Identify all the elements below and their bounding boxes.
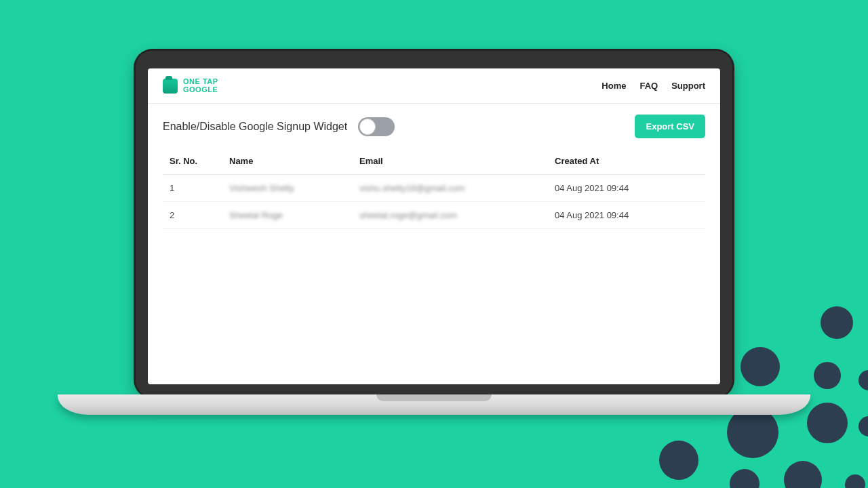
col-created: Created At xyxy=(548,148,705,175)
cell-email: sheetal.roge@gmail.com xyxy=(353,202,548,229)
table-header-row: Sr. No. Name Email Created At xyxy=(163,148,705,175)
nav-home[interactable]: Home xyxy=(601,81,626,91)
cell-name: Sheetal Roge xyxy=(222,202,353,229)
cell-srno: 1 xyxy=(163,175,222,202)
toggle-label: Enable/Disable Google Signup Widget xyxy=(163,121,347,133)
laptop-bezel: ONE TAP GOOGLE Home FAQ Support Enable/D… xyxy=(136,51,732,396)
table-row: 2 Sheetal Roge sheetal.roge@gmail.com 04… xyxy=(163,202,705,229)
table-row: 1 Vishwesh Shetty vishu.shetty18@gmail.c… xyxy=(163,175,705,202)
bg-dot xyxy=(659,441,698,480)
bg-dot xyxy=(741,347,780,386)
bg-dot xyxy=(859,416,868,436)
bg-dot xyxy=(807,403,848,443)
bg-dot xyxy=(859,370,868,390)
logo-text: ONE TAP GOOGLE xyxy=(183,78,218,94)
header: ONE TAP GOOGLE Home FAQ Support xyxy=(148,68,720,104)
col-email: Email xyxy=(353,148,548,175)
logo-icon xyxy=(163,79,178,94)
brand-line1: ONE TAP xyxy=(183,78,218,86)
bg-dot xyxy=(821,306,853,339)
logo[interactable]: ONE TAP GOOGLE xyxy=(163,78,218,94)
cell-name: Vishwesh Shetty xyxy=(222,175,353,202)
app: ONE TAP GOOGLE Home FAQ Support Enable/D… xyxy=(148,68,720,384)
toggle-knob-icon xyxy=(359,119,376,135)
cell-email: vishu.shetty18@gmail.com xyxy=(353,175,548,202)
nav-faq[interactable]: FAQ xyxy=(639,81,658,91)
export-csv-button[interactable]: Export CSV xyxy=(635,115,705,138)
nav-support[interactable]: Support xyxy=(671,81,705,91)
widget-toggle[interactable] xyxy=(358,117,395,136)
bg-dot xyxy=(845,474,865,488)
controls-bar: Enable/Disable Google Signup Widget Expo… xyxy=(148,104,720,148)
nav: Home FAQ Support xyxy=(601,81,705,91)
laptop-notch xyxy=(376,394,492,401)
brand-line2: GOOGLE xyxy=(183,86,218,94)
col-srno: Sr. No. xyxy=(163,148,222,175)
left-controls: Enable/Disable Google Signup Widget xyxy=(163,117,395,136)
cell-created: 04 Aug 2021 09:44 xyxy=(548,202,705,229)
users-table: Sr. No. Name Email Created At 1 Vishwesh… xyxy=(148,148,720,229)
bg-dot xyxy=(814,362,841,389)
laptop-frame: ONE TAP GOOGLE Home FAQ Support Enable/D… xyxy=(134,49,734,399)
cell-created: 04 Aug 2021 09:44 xyxy=(548,175,705,202)
bg-dot xyxy=(784,461,822,488)
cell-srno: 2 xyxy=(163,202,222,229)
col-name: Name xyxy=(222,148,353,175)
bg-dot xyxy=(730,469,760,488)
laptop-base xyxy=(58,394,810,415)
screen: ONE TAP GOOGLE Home FAQ Support Enable/D… xyxy=(148,68,720,384)
